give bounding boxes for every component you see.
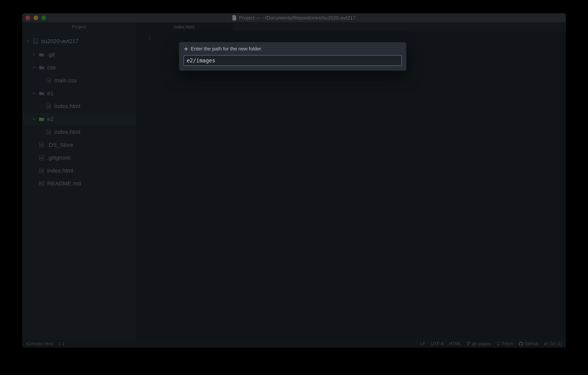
app-window: Project — ~/Documents/Repositories/su202… (22, 13, 566, 348)
new-folder-path-input[interactable] (184, 55, 402, 66)
plus-icon (184, 47, 188, 51)
dialog-prompt: Enter the path for the new folder. (191, 46, 262, 52)
new-folder-dialog: Enter the path for the new folder. (179, 42, 406, 71)
app-body: Project su2020-avt217 (22, 22, 566, 339)
